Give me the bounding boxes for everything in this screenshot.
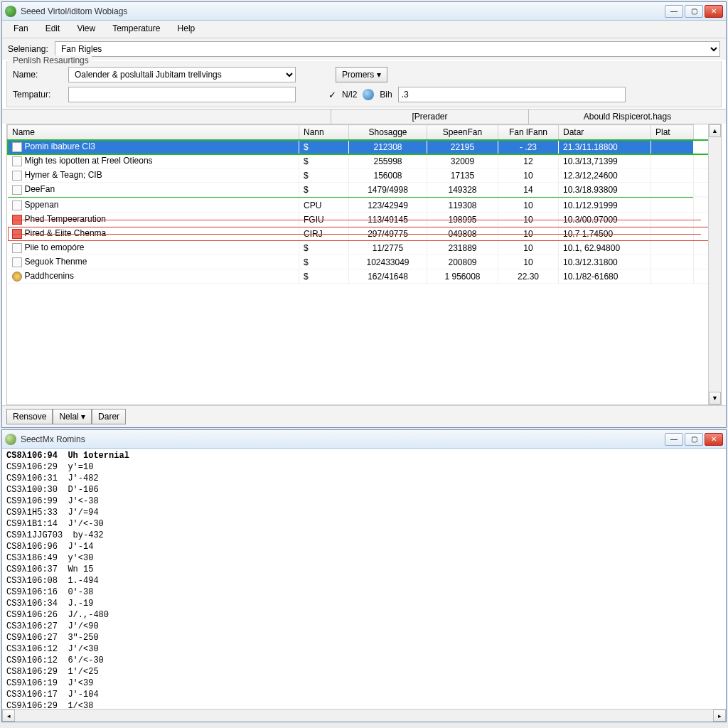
menu-fan[interactable]: Fan xyxy=(6,22,36,35)
row-icon xyxy=(12,156,22,166)
row-icon xyxy=(12,171,22,181)
scroll-right-icon[interactable]: ▸ xyxy=(713,710,726,722)
bih-input[interactable] xyxy=(398,87,626,102)
menu-view[interactable]: View xyxy=(70,22,102,35)
table-row[interactable]: Pomin ibabure CI3$21230822195- .2321.3/1… xyxy=(8,140,722,154)
col-shosagge[interactable]: Shosagge xyxy=(349,125,427,140)
row-icon xyxy=(12,200,22,210)
data-table-wrap: Name Nann Shosagge SpeenFan Fan lFann Da… xyxy=(6,124,722,405)
main-window: Seeed Virtol/iditom Wobiags — ▢ ✕ Fan Ed… xyxy=(1,1,727,428)
col-fanfann[interactable]: Fan lFann xyxy=(498,125,559,140)
selector-row: Seleniang: Fan Rigles xyxy=(2,38,726,60)
bih-label: Bih xyxy=(380,90,392,100)
main-title: Seeed Virtol/iditom Wobiags xyxy=(21,6,665,16)
settings-group: Name: Oalender & poslultali Jubitam trel… xyxy=(6,61,722,107)
app-icon xyxy=(5,6,16,17)
log-close-button[interactable]: ✕ xyxy=(705,433,723,446)
scroll-left-icon[interactable]: ◂ xyxy=(2,710,15,722)
log-title: SeectMx Romins xyxy=(21,434,665,444)
table-row[interactable]: Pired & Eiite ChenmaCIRJ297/497750498081… xyxy=(8,227,722,241)
table-row[interactable]: Hymer & Teagn; CIB$156008171351012.3/12,… xyxy=(8,168,722,183)
col-nann[interactable]: Nann xyxy=(299,125,349,140)
remove-button[interactable]: Rensove xyxy=(6,409,53,424)
check-icon: ✓ xyxy=(328,90,336,100)
log-output: CS8λ106:94 Uh 1oternial CS9λ106:29 y'=10… xyxy=(2,449,726,709)
menu-help[interactable]: Help xyxy=(171,22,203,35)
log-maximize-button[interactable]: ▢ xyxy=(685,433,703,446)
name-dropdown[interactable]: Oalender & poslultali Jubitam trellvings xyxy=(68,67,296,82)
globe-icon xyxy=(363,89,374,100)
table-row[interactable]: Paddhcenins$162/416481 95600822.3010.1/8… xyxy=(8,269,722,284)
close-button[interactable]: ✕ xyxy=(705,5,723,18)
row-icon xyxy=(12,215,22,225)
log-minimize-button[interactable]: — xyxy=(665,433,683,446)
maximize-button[interactable]: ▢ xyxy=(685,5,703,18)
table-row[interactable]: Phed TempeerarutionFGIU113/4914519899510… xyxy=(8,213,722,227)
vertical-scrollbar[interactable]: ▲ ▼ xyxy=(708,124,721,405)
main-titlebar: Seeed Virtol/iditom Wobiags — ▢ ✕ xyxy=(2,2,726,21)
col-plat[interactable]: Plat xyxy=(651,125,694,140)
scroll-up-icon[interactable]: ▲ xyxy=(709,124,721,137)
selector-label: Seleniang: xyxy=(8,44,49,54)
horizontal-scrollbar[interactable]: ◂ ▸ xyxy=(2,709,726,722)
nl2-label: N/l2 xyxy=(342,90,357,100)
col-datar[interactable]: Datar xyxy=(559,125,651,140)
temp-input[interactable] xyxy=(68,87,296,102)
row-icon xyxy=(12,142,22,152)
header-tab-left[interactable]: [Prerader xyxy=(331,109,528,124)
header-tabs: [Prerader Abould Rispicerot.hags xyxy=(2,109,726,124)
menubar: Fan Edit View Temperature Help xyxy=(2,21,726,38)
table-row[interactable]: Migh tes iopotten at Freel Otieons$25599… xyxy=(8,154,722,168)
col-speenfan[interactable]: SpeenFan xyxy=(427,125,498,140)
bottom-buttons: Rensove Nelal ▾ Darer xyxy=(2,405,726,427)
table-row[interactable]: Piie to emopóre$11/27752318891010.1, 62.… xyxy=(8,241,722,255)
scroll-down-icon[interactable]: ▼ xyxy=(709,392,721,405)
data-table: Name Nann Shosagge SpeenFan Fan lFann Da… xyxy=(7,124,721,284)
log-titlebar: SeectMx Romins — ▢ ✕ xyxy=(2,430,726,449)
row-icon xyxy=(12,243,22,253)
row-icon xyxy=(12,272,22,282)
row-icon xyxy=(12,229,22,239)
minimize-button[interactable]: — xyxy=(665,5,683,18)
promers-button[interactable]: Promers▾ xyxy=(336,67,387,82)
log-window: SeectMx Romins — ▢ ✕ CS8λ106:94 Uh 1oter… xyxy=(1,429,727,722)
darer-button[interactable]: Darer xyxy=(92,409,126,424)
table-row[interactable]: SppenanCPU123/429491193081010.1/12.91999 xyxy=(8,198,722,213)
row-icon xyxy=(12,185,22,195)
name-label: Name: xyxy=(13,70,63,80)
header-tab-right[interactable]: Abould Rispicerot.hags xyxy=(528,109,726,124)
log-app-icon xyxy=(5,434,16,445)
menu-temperature[interactable]: Temperature xyxy=(105,22,167,35)
selector-dropdown[interactable]: Fan Rigles xyxy=(55,41,720,57)
temp-label: Tempatur: xyxy=(13,90,63,100)
col-name[interactable]: Name xyxy=(8,125,299,140)
row-icon xyxy=(12,257,22,267)
table-row[interactable]: DeeFan$1479/49981493281410.3/18.93809 xyxy=(8,183,722,197)
menu-edit[interactable]: Edit xyxy=(38,22,68,35)
table-row[interactable]: Seguok Thenme$1024330492008091010.3/12.3… xyxy=(8,255,722,269)
nelal-button[interactable]: Nelal ▾ xyxy=(53,409,92,424)
